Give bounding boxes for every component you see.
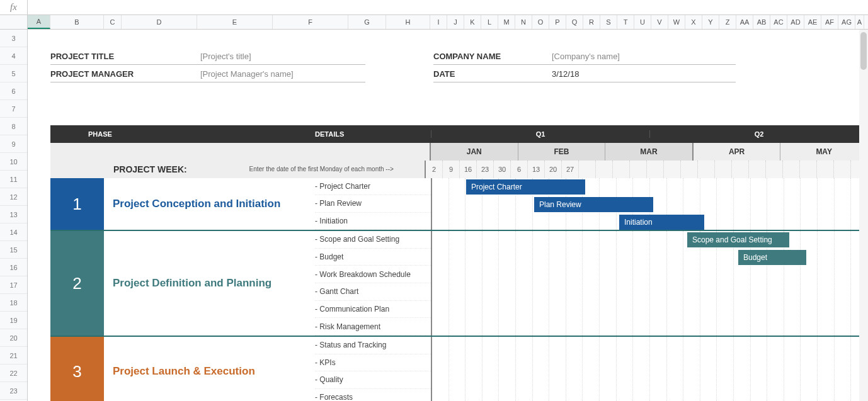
col-header-I[interactable]: I: [430, 15, 447, 29]
vertical-scrollbar[interactable]: [859, 30, 868, 401]
week-cell-22[interactable]: [800, 161, 817, 178]
week-cell-8[interactable]: 27: [562, 161, 579, 178]
col-header-O[interactable]: O: [532, 15, 549, 29]
week-cell-20[interactable]: [766, 161, 783, 178]
week-cell-11[interactable]: [613, 161, 630, 178]
gantt-bar[interactable]: Project Charter: [466, 179, 585, 195]
gantt-area[interactable]: Project CharterPlan ReviewInitiation: [431, 178, 868, 230]
col-header-AC[interactable]: AC: [770, 15, 787, 29]
week-cell-19[interactable]: [749, 161, 766, 178]
week-cell-9[interactable]: [579, 161, 596, 178]
row-header-19[interactable]: 19: [0, 312, 27, 329]
company-name-cell[interactable]: [Company's name]: [552, 52, 741, 61]
col-header-X[interactable]: X: [685, 15, 702, 29]
week-cell-1[interactable]: 9: [443, 161, 460, 178]
detail-item[interactable]: - Budget: [315, 249, 431, 266]
month-apr[interactable]: APR: [694, 143, 781, 161]
week-cell-23[interactable]: [817, 161, 834, 178]
col-header-AA[interactable]: AA: [736, 15, 753, 29]
col-header-F[interactable]: F: [273, 15, 348, 29]
month-jan[interactable]: JAN: [431, 143, 518, 161]
col-header-Q[interactable]: Q: [566, 15, 583, 29]
week-cell-18[interactable]: [732, 161, 749, 178]
month-may[interactable]: MAY: [780, 143, 868, 161]
col-header-Z[interactable]: Z: [719, 15, 736, 29]
row-header-4[interactable]: 4: [0, 47, 27, 65]
col-header-B[interactable]: B: [50, 15, 104, 29]
row-header-7[interactable]: 7: [0, 100, 27, 118]
row-header-20[interactable]: 20: [0, 329, 27, 347]
week-cell-14[interactable]: [664, 161, 681, 178]
gantt-bar[interactable]: Budget: [738, 250, 806, 265]
week-cell-24[interactable]: [834, 161, 851, 178]
row-header-14[interactable]: 14: [0, 223, 27, 241]
week-cell-21[interactable]: [783, 161, 800, 178]
col-header-P[interactable]: P: [549, 15, 566, 29]
week-cell-17[interactable]: [715, 161, 732, 178]
col-header-W[interactable]: W: [668, 15, 685, 29]
detail-item[interactable]: - Gantt Chart: [315, 283, 431, 301]
row-header-8[interactable]: 8: [0, 118, 27, 135]
col-header-Y[interactable]: Y: [702, 15, 719, 29]
col-header-G[interactable]: G: [348, 15, 386, 29]
gantt-bar[interactable]: Plan Review: [534, 197, 653, 212]
col-header-J[interactable]: J: [447, 15, 464, 29]
row-header-5[interactable]: 5: [0, 65, 27, 82]
col-header-H[interactable]: H: [386, 15, 430, 29]
row-header-3[interactable]: 3: [0, 30, 27, 47]
row-header-17[interactable]: 17: [0, 276, 27, 294]
row-header-23[interactable]: 23: [0, 382, 27, 400]
date-cell[interactable]: 3/12/18: [552, 69, 741, 79]
gantt-area[interactable]: [431, 337, 868, 401]
col-header-AF[interactable]: AF: [821, 15, 838, 29]
week-cell-7[interactable]: 20: [545, 161, 562, 178]
month-feb[interactable]: FEB: [518, 143, 606, 161]
week-cell-0[interactable]: 2: [426, 161, 443, 178]
col-header-E[interactable]: E: [197, 15, 273, 29]
week-cell-15[interactable]: [681, 161, 698, 178]
week-cell-2[interactable]: 16: [460, 161, 477, 178]
detail-item[interactable]: - Plan Review: [315, 195, 431, 212]
row-header-13[interactable]: 13: [0, 206, 27, 223]
col-header-C[interactable]: C: [104, 15, 122, 29]
detail-item[interactable]: - Initiation: [315, 213, 431, 230]
col-header-L[interactable]: L: [481, 15, 498, 29]
row-header-16[interactable]: 16: [0, 259, 27, 276]
detail-item[interactable]: - KPIs: [315, 354, 431, 372]
col-header-A[interactable]: A: [855, 15, 864, 29]
col-header-AG[interactable]: AG: [838, 15, 855, 29]
row-header-11[interactable]: 11: [0, 171, 27, 188]
row-header-12[interactable]: 12: [0, 188, 27, 206]
week-cell-6[interactable]: 13: [528, 161, 545, 178]
col-header-K[interactable]: K: [464, 15, 481, 29]
col-header-AB[interactable]: AB: [753, 15, 770, 29]
detail-item[interactable]: - Scope and Goal Setting: [315, 231, 431, 249]
select-all-corner[interactable]: [0, 15, 28, 29]
row-header-22[interactable]: 22: [0, 364, 27, 382]
detail-item[interactable]: - Work Breakdown Schedule: [315, 266, 431, 283]
col-header-D[interactable]: D: [122, 15, 197, 29]
sheet-area[interactable]: PROJECT TITLE [Project's title] COMPANY …: [28, 30, 868, 401]
col-header-M[interactable]: M: [498, 15, 515, 29]
detail-item[interactable]: - Risk Management: [315, 318, 431, 336]
col-header-U[interactable]: U: [634, 15, 651, 29]
month-mar[interactable]: MAR: [605, 143, 694, 161]
col-header-T[interactable]: T: [617, 15, 634, 29]
col-header-AD[interactable]: AD: [787, 15, 804, 29]
detail-item[interactable]: - Forecasts: [315, 389, 431, 402]
row-header-18[interactable]: 18: [0, 294, 27, 312]
week-cell-13[interactable]: [647, 161, 664, 178]
week-cell-4[interactable]: 30: [494, 161, 511, 178]
week-cell-16[interactable]: [698, 161, 715, 178]
col-header-S[interactable]: S: [600, 15, 617, 29]
row-header-21[interactable]: 21: [0, 347, 27, 364]
gantt-area[interactable]: Scope and Goal SettingBudget: [431, 231, 868, 336]
formula-input[interactable]: [28, 0, 868, 14]
week-cell-3[interactable]: 23: [477, 161, 494, 178]
col-header-A[interactable]: A: [28, 15, 50, 29]
detail-item[interactable]: - Project Charter: [315, 178, 431, 195]
row-header-10[interactable]: 10: [0, 153, 27, 171]
detail-item[interactable]: - Status and Tracking: [315, 337, 431, 354]
detail-item[interactable]: - Communication Plan: [315, 301, 431, 319]
project-title-cell[interactable]: [Project's title]: [200, 52, 389, 61]
